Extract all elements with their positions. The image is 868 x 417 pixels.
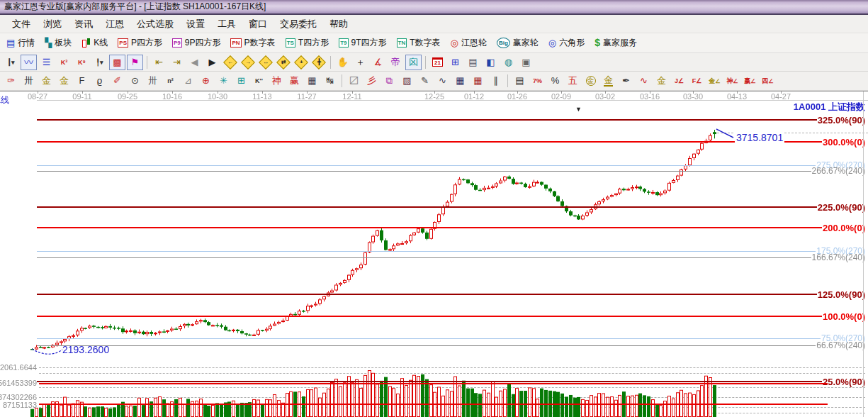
dark-fan-box-tool[interactable]: ▨ bbox=[399, 73, 415, 89]
seven-percent-tool[interactable]: 7% bbox=[529, 73, 546, 89]
h-expand-diamond-icon: ↔ bbox=[259, 55, 273, 70]
percent-tool[interactable]: % bbox=[547, 73, 563, 89]
menu-item-settings[interactable]: 设置 bbox=[180, 18, 211, 30]
grid-table-tool[interactable]: ▦ bbox=[304, 73, 320, 89]
compress-all-diamond[interactable]: + bbox=[293, 55, 309, 70]
shen-angle-tool[interactable]: 神∠ bbox=[724, 73, 740, 89]
time-ruler-tool[interactable]: 卅 bbox=[21, 73, 37, 89]
square-of-nine-tool[interactable]: n² bbox=[162, 73, 179, 89]
measure-tool-icon: 帝 bbox=[391, 55, 400, 70]
quote-button[interactable]: ▤行情 bbox=[1, 33, 40, 52]
angle-pencil-tool[interactable]: ✐ bbox=[109, 73, 125, 89]
gold-ruler-tool-b[interactable]: 金 bbox=[56, 73, 72, 89]
k-prime-tool[interactable]: K'' bbox=[251, 73, 267, 89]
menu-item-gann[interactable]: 江恩 bbox=[99, 18, 130, 30]
9t-square-button[interactable]: T99T四方形 bbox=[334, 33, 391, 52]
p-table-button[interactable]: PNP数字表 bbox=[225, 33, 280, 52]
mirror-angle-tool[interactable]: ⊿ bbox=[180, 73, 196, 89]
box-frame-tool[interactable]: 〼 bbox=[346, 73, 362, 89]
gold-circle-tool[interactable]: 金 bbox=[582, 73, 599, 89]
red-fan-tool[interactable]: 彡 bbox=[363, 73, 380, 89]
j-angle-tool[interactable]: J∠ bbox=[671, 73, 687, 89]
h-compress-diamond[interactable]: ⇄ bbox=[275, 55, 291, 70]
expand-all-diamond[interactable]: ╋ bbox=[310, 55, 327, 70]
zoom-right-diamond[interactable]: → bbox=[239, 55, 256, 70]
nav-next-button[interactable]: ▶ bbox=[204, 55, 220, 70]
draw-pen-tool[interactable]: ✑ bbox=[3, 73, 19, 89]
gold-plain-tool[interactable]: 金 bbox=[653, 73, 670, 89]
fibonacci-ruler-tool[interactable]: F bbox=[74, 73, 90, 89]
kline-style-dropdown[interactable]: ┃▾ bbox=[3, 55, 19, 70]
four-angle-tool[interactable]: 四∠ bbox=[760, 73, 776, 89]
angle-pick-tool[interactable]: ∡ bbox=[370, 55, 386, 70]
crosshair-tool[interactable]: ＋ bbox=[352, 55, 368, 70]
calendar-icon: 21 bbox=[432, 57, 443, 67]
nav-prev-button[interactable]: ◀ bbox=[186, 55, 203, 70]
ying-tool[interactable]: 赢 bbox=[286, 73, 303, 89]
pattern-box-tool[interactable]: ▩ bbox=[109, 55, 125, 70]
9p-square-button[interactable]: P99P四方形 bbox=[167, 33, 225, 52]
ying-angle-tool[interactable]: 赢∠ bbox=[742, 73, 758, 89]
gold-lines-tool[interactable]: 金 bbox=[600, 73, 616, 89]
gann-clock-tool[interactable]: ⊙ bbox=[127, 73, 143, 89]
menu-item-browse[interactable]: 浏览 bbox=[37, 18, 68, 30]
k3-line-tool[interactable]: K³ bbox=[56, 55, 72, 70]
info-list-tool[interactable]: ☰ bbox=[38, 55, 55, 70]
ink-pen-tool[interactable]: ✒ bbox=[618, 73, 634, 89]
kline-button[interactable]: K线 bbox=[77, 33, 113, 52]
window-titlebar[interactable]: 赢家江恩专业版[赢家内部服务平台] - [上证指数 SH1A0001-167日K… bbox=[0, 0, 868, 15]
measure-tool[interactable]: 帝 bbox=[388, 55, 404, 70]
gann-wheel-button[interactable]: ◎江恩轮 bbox=[446, 33, 492, 52]
calculator-tool[interactable]: ⊞ bbox=[447, 55, 463, 70]
gann-grid-tool-b[interactable]: ▦ bbox=[470, 73, 486, 89]
fan-box-tool[interactable]: ⧉ bbox=[381, 73, 398, 89]
menu-item-tools[interactable]: 工具 bbox=[211, 18, 242, 30]
p-square-button[interactable]: PSP四方形 bbox=[113, 33, 167, 52]
gold-angle-tool[interactable]: 金∠ bbox=[706, 73, 723, 89]
hand-drag-tool[interactable]: ✋ bbox=[334, 55, 351, 70]
sector-button[interactable]: ▚板块 bbox=[40, 33, 77, 52]
t-square-button[interactable]: TST四方形 bbox=[281, 33, 334, 52]
menu-item-news[interactable]: 资讯 bbox=[68, 18, 99, 30]
winner-wheel-button[interactable]: Big赢家轮 bbox=[492, 33, 543, 52]
zoom-left-diamond[interactable]: ← bbox=[222, 55, 238, 70]
hexagon-button[interactable]: ◎六角形 bbox=[543, 33, 590, 52]
calendar-tool[interactable]: 21 bbox=[429, 55, 446, 70]
price-ruler-tool[interactable]: 卅 bbox=[145, 73, 161, 89]
span-measure-tool[interactable]: ↹ bbox=[322, 73, 338, 89]
f-angle-tool[interactable]: F∠ bbox=[689, 73, 705, 89]
target-cross-tool[interactable]: ⊕ bbox=[198, 73, 214, 89]
red-wave-tool[interactable]: ∿ bbox=[636, 73, 652, 89]
menu-item-formula-stock-pick[interactable]: 公式选股 bbox=[130, 18, 180, 30]
menu-item-help[interactable]: 帮助 bbox=[323, 18, 354, 30]
gann-grid-tool-a[interactable]: ▦ bbox=[452, 73, 468, 89]
five-lines-tool[interactable]: 五 bbox=[565, 73, 581, 89]
menu-item-window[interactable]: 窗口 bbox=[242, 18, 274, 30]
gold-ruler-tool-a[interactable]: 金 bbox=[38, 73, 55, 89]
menu-item-trade-order[interactable]: 交易委托 bbox=[274, 18, 323, 30]
k9-line-tool[interactable]: K⁹ bbox=[74, 55, 90, 70]
nav-first-button[interactable]: ⇤ bbox=[151, 55, 167, 70]
t-table-button[interactable]: TNT数字表 bbox=[392, 33, 446, 52]
brain-analysis-tool[interactable]: 囟 bbox=[405, 55, 422, 70]
web-square-tool[interactable]: ⊞ bbox=[233, 73, 249, 89]
memo-tool[interactable]: ▤ bbox=[465, 55, 481, 70]
sketch-angle-tool[interactable]: ✎ bbox=[417, 73, 433, 89]
shen-tool[interactable]: 神 bbox=[269, 73, 285, 89]
web-grid-tool[interactable]: ✳ bbox=[215, 73, 232, 89]
export-computer-tool[interactable]: ▣ bbox=[518, 55, 534, 70]
export-web-tool[interactable]: ◍ bbox=[500, 55, 517, 70]
wave-tool[interactable]: ∿ bbox=[434, 73, 451, 89]
spiral-tool[interactable]: ϱ bbox=[91, 73, 108, 89]
zigzag-box-tool[interactable]: 〰 bbox=[21, 55, 37, 70]
winner-service-button[interactable]: $赢家服务 bbox=[590, 33, 642, 52]
save-tool[interactable]: ◧ bbox=[483, 55, 499, 70]
parallel-lines-tool[interactable]: ∥ bbox=[487, 73, 504, 89]
price-scale-tool[interactable]: ▤ bbox=[512, 73, 528, 89]
kline-canvas[interactable] bbox=[0, 91, 868, 417]
volume-profile-tool[interactable]: ⚑ bbox=[127, 55, 143, 70]
nav-last-button[interactable]: ⇥ bbox=[169, 55, 185, 70]
candle-type-dropdown[interactable]: ╿▾ bbox=[91, 55, 108, 70]
h-expand-diamond[interactable]: ↔ bbox=[257, 55, 274, 70]
menu-item-file[interactable]: 文件 bbox=[6, 18, 37, 30]
